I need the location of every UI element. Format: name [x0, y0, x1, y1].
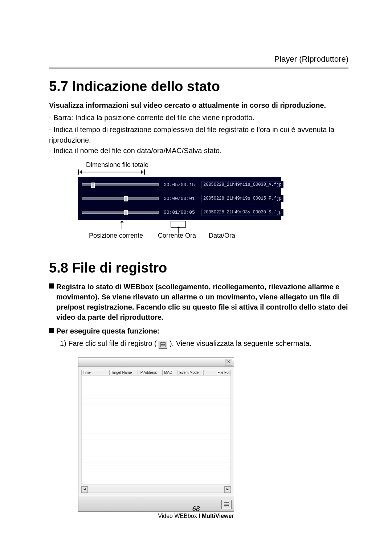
dim-label: Dimensione file totale [86, 161, 281, 169]
dim-arrow-row [78, 169, 281, 175]
filename-box: 20050228_21h49m03s_00030_S.fjp [201, 209, 283, 216]
footer-strong: MultiViewer [202, 513, 234, 519]
square-bullet-icon [49, 283, 54, 289]
log-h-scrollbar[interactable]: ◄ ► [81, 486, 231, 493]
progress-track[interactable] [82, 183, 159, 186]
square-bullet-para-2: Per eseguire questa funzione: [49, 326, 348, 336]
col-mac[interactable]: MAC [163, 370, 178, 375]
heading-5-7: 5.7 Indicazione dello stato [49, 79, 348, 94]
progress-track[interactable] [82, 211, 159, 214]
callout-date: Data/Ora [209, 232, 235, 240]
para-bold-5-8: Registra lo stato di WEBbox (scollegamen… [56, 282, 348, 322]
progress-thumb[interactable] [124, 210, 128, 215]
progress-thumb[interactable] [124, 196, 128, 201]
log-icon [159, 341, 167, 349]
bullet-3: - Indica il nome del file con data/ora/M… [49, 146, 348, 156]
header-section-title: Player (Riproduttore) [49, 54, 348, 64]
bullet-2: - Indica il tempo di registrazione compl… [49, 124, 348, 146]
step-1-pre: 1) Fare clic sul file di registro ( [60, 339, 157, 347]
footer-text: Video WEBbox I [158, 513, 202, 519]
log-header-row: Time Target Name IP Address MAC Event Mo… [81, 370, 231, 375]
log-icon-glyph [160, 342, 166, 347]
col-ipaddress[interactable]: IP Address [138, 370, 163, 375]
timecode: 00:05/00:15 [164, 182, 196, 188]
scroll-right-button[interactable]: ► [224, 486, 231, 493]
status-bars-box: 00:05/00:15 20050228_21h49m11s_00030_A.f… [78, 177, 281, 220]
callout-time: Corrente Ora [158, 232, 196, 240]
diagram-callouts: Posizione corrente Corrente Ora Data/Ora [78, 222, 281, 244]
callout-position: Posizione corrente [89, 232, 143, 240]
subhead-5-8: Per eseguire questa funzione: [56, 326, 160, 336]
status-row-1: 00:05/00:15 20050228_21h49m11s_00030_A.f… [82, 181, 278, 188]
progress-track[interactable] [82, 197, 159, 200]
col-eventmode[interactable]: Event Mode [178, 370, 203, 375]
arrow-up-icon [122, 222, 122, 229]
heading-5-8: 5.8 File di registro [49, 260, 348, 276]
page-footer: 68 Video WEBbox I MultiViewer [0, 505, 392, 519]
filename-box: 20050228_21h49m19s_00015_F.fjp [201, 195, 283, 202]
col-filefol[interactable]: File Fol [203, 370, 231, 375]
progress-thumb[interactable] [91, 183, 95, 188]
scroll-track[interactable] [88, 487, 224, 492]
timecode: 00:00/00:01 [164, 196, 196, 201]
footer-line: Video WEBbox I MultiViewer [0, 513, 392, 519]
filename-box: 20050228_21h49m11s_00030_A.fjp [201, 181, 283, 188]
bullet-1: - Barra: Indica la posizione corrente de… [49, 113, 348, 123]
scroll-left-button[interactable]: ◄ [81, 486, 88, 493]
status-row-3: 00:01/00:05 20050228_21h49m03s_00030_S.f… [82, 209, 278, 216]
status-row-2: 00:00/00:01 20050228_21h49m19s_00015_F.f… [82, 195, 278, 202]
log-rows-area[interactable] [81, 375, 231, 485]
square-bullet-para-1: Registra lo stato di WEBbox (scollegamen… [49, 282, 348, 322]
step-1-post: ). Viene visualizzata la seguente scherm… [170, 339, 311, 347]
step-1: 1) Fare clic sul file di registro ( ). V… [60, 338, 348, 349]
intro-bold-5-7: Visualizza informazioni sul video cercat… [49, 100, 348, 110]
close-button[interactable]: ✕ [225, 359, 232, 365]
page-number: 68 [0, 505, 392, 513]
document-page: Player (Riproduttore) 5.7 Indicazione de… [0, 0, 392, 552]
header-rule [49, 68, 348, 69]
status-diagram: Dimensione file totale 00:05/00:15 20050… [78, 161, 281, 244]
square-bullet-icon [49, 328, 54, 333]
double-arrow-icon [79, 172, 144, 172]
log-body: Time Target Name IP Address MAC Event Mo… [78, 367, 234, 496]
col-targetname[interactable]: Target Name [110, 370, 138, 375]
timecode: 00:01/00:05 [164, 210, 196, 215]
log-window: ✕ Time Target Name IP Address MAC Event … [78, 357, 234, 512]
col-time[interactable]: Time [81, 370, 110, 375]
log-titlebar: ✕ [78, 357, 234, 367]
